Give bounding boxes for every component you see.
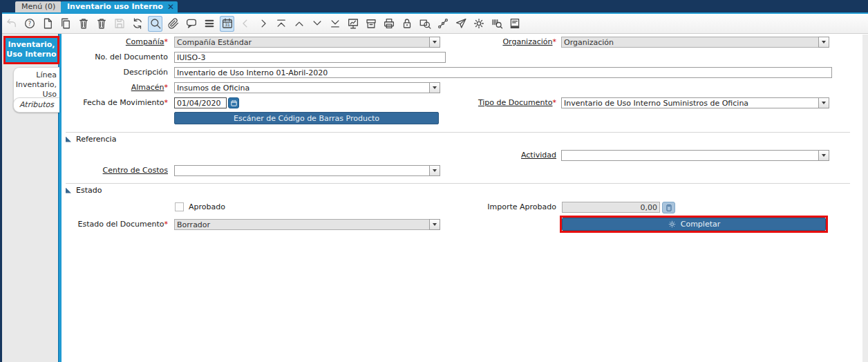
descripcion-input[interactable] bbox=[174, 67, 832, 78]
close-tab-icon[interactable]: ✕ bbox=[167, 3, 174, 11]
almacen-combo[interactable] bbox=[174, 82, 440, 93]
section-divider bbox=[66, 183, 850, 184]
previous-record-icon[interactable] bbox=[292, 16, 306, 32]
section-divider bbox=[66, 132, 850, 133]
attachment-icon[interactable] bbox=[166, 16, 180, 32]
report-icon[interactable] bbox=[346, 16, 360, 32]
estado-documento-value bbox=[174, 219, 429, 230]
barcode-reader-icon[interactable] bbox=[489, 16, 504, 32]
find-icon[interactable] bbox=[148, 16, 162, 32]
report-window-icon[interactable] bbox=[507, 16, 522, 32]
tab-menu[interactable]: Menú (0) bbox=[15, 1, 62, 12]
print-icon[interactable] bbox=[381, 16, 396, 32]
first-record-icon[interactable] bbox=[274, 16, 288, 32]
grid-toggle-icon[interactable] bbox=[202, 16, 216, 32]
new-record-icon[interactable] bbox=[40, 16, 55, 32]
calendar-icon[interactable] bbox=[220, 16, 234, 32]
save-icon bbox=[112, 16, 126, 32]
refresh-icon[interactable] bbox=[130, 16, 144, 32]
importe-aprobado-label: Importe Aprobado bbox=[453, 202, 556, 212]
almacen-dropdown-icon[interactable] bbox=[429, 82, 440, 93]
tipo-documento-dropdown-icon[interactable] bbox=[818, 97, 829, 108]
compania-label[interactable]: Compañía* bbox=[66, 37, 168, 47]
organizacion-combo[interactable] bbox=[561, 37, 829, 48]
actividad-label[interactable]: Actividad bbox=[453, 151, 556, 160]
organizacion-label[interactable]: Organización* bbox=[453, 37, 556, 47]
organizacion-value bbox=[561, 37, 818, 48]
workflow-icon[interactable] bbox=[435, 16, 450, 32]
tipo-documento-label[interactable]: Tipo de Documento* bbox=[453, 98, 556, 108]
process-icon[interactable] bbox=[471, 16, 486, 32]
aprobado-label: Aprobado bbox=[189, 202, 225, 212]
centro-costos-combo[interactable] bbox=[174, 165, 440, 176]
previous-icon bbox=[238, 16, 252, 32]
collapse-triangle-icon bbox=[66, 137, 71, 142]
importe-aprobado-input bbox=[562, 202, 660, 213]
collapse-triangle-icon bbox=[66, 188, 71, 193]
zoom-across-icon[interactable] bbox=[417, 16, 432, 32]
archive-icon[interactable] bbox=[364, 16, 378, 32]
sidebar-tab-inventario-uso-interno[interactable]: Inventario, Uso Interno bbox=[3, 36, 59, 64]
lock-icon[interactable] bbox=[399, 16, 414, 32]
almacen-value[interactable] bbox=[174, 82, 429, 93]
no-documento-input[interactable] bbox=[174, 52, 446, 63]
send-icon[interactable] bbox=[453, 16, 468, 32]
tab-inventario-uso-interno[interactable]: Inventario uso Interno ✕ bbox=[61, 1, 178, 12]
actividad-value[interactable] bbox=[561, 150, 818, 161]
compania-value bbox=[174, 37, 429, 48]
delete-selection-icon[interactable] bbox=[94, 16, 108, 32]
tab-label: Inventario uso Interno bbox=[67, 1, 163, 12]
chat-icon[interactable] bbox=[184, 16, 198, 32]
almacen-label[interactable]: Almacén* bbox=[66, 83, 168, 93]
delete-record-icon[interactable] bbox=[76, 16, 91, 32]
calendar-picker-icon[interactable] bbox=[228, 97, 239, 108]
estado-section-header[interactable]: Estado bbox=[66, 186, 102, 195]
descripcion-label: Descripción bbox=[66, 68, 168, 77]
sidebar-tab-atributos[interactable]: Atributos bbox=[13, 97, 59, 113]
copy-record-icon[interactable] bbox=[58, 16, 73, 32]
window-tab-bar: Menú (0) Inventario uso Interno ✕ bbox=[0, 0, 868, 12]
centro-costos-dropdown-icon[interactable] bbox=[429, 165, 440, 176]
actividad-combo[interactable] bbox=[561, 150, 829, 161]
last-record-icon[interactable] bbox=[328, 16, 342, 32]
completar-button[interactable]: Completar bbox=[562, 218, 826, 231]
fecha-movimiento-label: Fecha de Movimiento* bbox=[66, 98, 168, 108]
aprobado-checkbox[interactable] bbox=[175, 202, 184, 211]
calculator-icon[interactable] bbox=[662, 202, 675, 213]
estado-documento-label: Estado del Documento* bbox=[66, 220, 168, 229]
next-record-icon[interactable] bbox=[310, 16, 324, 32]
compania-combo[interactable] bbox=[174, 37, 440, 48]
tipo-documento-value[interactable] bbox=[561, 97, 818, 108]
next-icon[interactable] bbox=[256, 16, 270, 32]
toolbar bbox=[0, 14, 868, 34]
help-icon[interactable] bbox=[22, 16, 37, 32]
fecha-movimiento-input[interactable] bbox=[174, 97, 227, 108]
undo-icon bbox=[4, 16, 19, 32]
centro-costos-label[interactable]: Centro de Costos bbox=[66, 166, 168, 175]
compania-dropdown-icon[interactable] bbox=[429, 37, 440, 48]
actividad-dropdown-icon[interactable] bbox=[818, 150, 829, 161]
vertical-scrollbar[interactable] bbox=[862, 35, 868, 362]
no-documento-label: No. del Documento bbox=[66, 53, 168, 62]
estado-documento-combo[interactable] bbox=[174, 219, 440, 230]
centro-costos-value[interactable] bbox=[174, 165, 429, 176]
barcode-scanner-button[interactable]: Escáner de Código de Barras Producto bbox=[174, 112, 439, 124]
gear-icon bbox=[668, 220, 677, 229]
estado-documento-dropdown-icon[interactable] bbox=[429, 219, 440, 230]
completar-highlight-box: Completar bbox=[560, 216, 828, 233]
referencia-section-header[interactable]: Referencia bbox=[66, 135, 116, 144]
tipo-documento-combo[interactable] bbox=[561, 97, 829, 108]
organizacion-dropdown-icon[interactable] bbox=[818, 37, 829, 48]
